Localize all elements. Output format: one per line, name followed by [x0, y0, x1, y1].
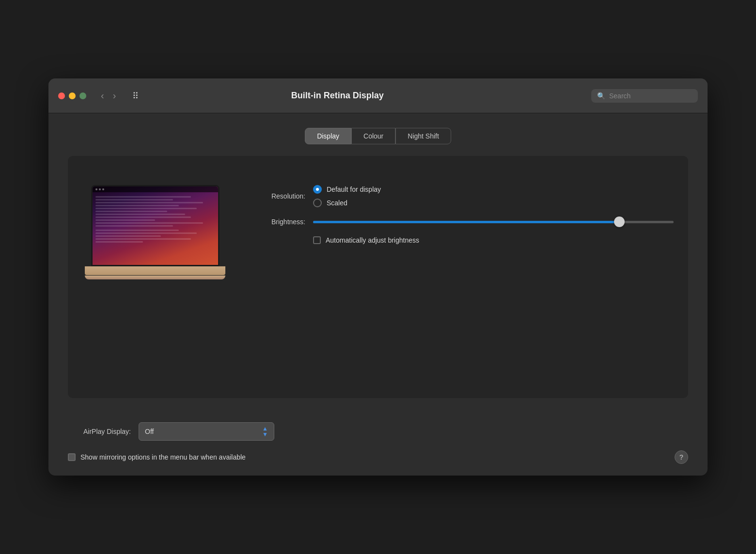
resolution-row: Resolution: Default for display Scaled	[257, 185, 674, 207]
search-icon: 🔍	[597, 92, 605, 100]
bottom-row-wrapper: Show mirroring options in the menu bar w…	[68, 448, 688, 466]
mirroring-label: Show mirroring options in the menu bar w…	[80, 453, 246, 461]
resolution-default-label: Default for display	[327, 185, 381, 193]
maximize-button[interactable]	[79, 92, 86, 99]
content-area: Display Colour Night Shift	[48, 113, 708, 413]
tab-bar: Display Colour Night Shift	[68, 128, 688, 144]
resolution-scaled-radio[interactable]	[313, 199, 322, 207]
settings-controls: Resolution: Default for display Scaled	[257, 175, 674, 254]
auto-brightness-label: Automatically adjust brightness	[326, 236, 419, 244]
resolution-scaled-option[interactable]: Scaled	[313, 199, 381, 207]
tab-display[interactable]: Display	[305, 128, 351, 144]
mirroring-row: Show mirroring options in the menu bar w…	[68, 448, 246, 466]
laptop-body	[85, 266, 225, 275]
resolution-options: Default for display Scaled	[313, 185, 381, 207]
resolution-default-radio[interactable]	[313, 185, 322, 194]
mirroring-checkbox[interactable]	[68, 453, 76, 461]
settings-window: ‹ › ⠿ Built-in Retina Display 🔍 Display …	[48, 78, 708, 476]
tab-night-shift[interactable]: Night Shift	[395, 128, 451, 144]
search-input[interactable]	[609, 92, 692, 100]
airplay-value: Off	[145, 428, 154, 435]
window-title: Built-in Retina Display	[91, 91, 583, 101]
airplay-label: AirPlay Display:	[68, 428, 131, 435]
laptop-screen	[91, 185, 220, 266]
bottom-section: AirPlay Display: Off ▲ ▼ Show mirroring …	[48, 413, 708, 476]
traffic-lights	[58, 92, 86, 99]
search-bar[interactable]: 🔍	[591, 89, 698, 103]
brightness-slider-container[interactable]	[313, 217, 674, 227]
close-button[interactable]	[58, 92, 65, 99]
tab-colour[interactable]: Colour	[351, 128, 395, 144]
brightness-slider-thumb[interactable]	[614, 216, 625, 227]
titlebar: ‹ › ⠿ Built-in Retina Display 🔍	[48, 78, 708, 113]
help-button[interactable]: ?	[675, 450, 688, 464]
resolution-label: Resolution:	[257, 192, 305, 200]
auto-brightness-checkbox[interactable]	[313, 236, 321, 244]
brightness-slider-fill	[313, 221, 619, 223]
dropdown-arrows-icon: ▲ ▼	[262, 426, 268, 437]
brightness-row: Brightness:	[257, 217, 674, 227]
minimize-button[interactable]	[69, 92, 76, 99]
display-panel: Resolution: Default for display Scaled	[68, 156, 688, 398]
auto-brightness-row: Automatically adjust brightness	[313, 236, 674, 244]
brightness-label: Brightness:	[257, 218, 305, 226]
resolution-scaled-label: Scaled	[327, 199, 347, 207]
airplay-dropdown[interactable]: Off ▲ ▼	[139, 422, 274, 441]
brightness-slider-track	[313, 221, 674, 223]
airplay-row: AirPlay Display: Off ▲ ▼	[68, 422, 688, 441]
laptop	[85, 185, 225, 279]
laptop-illustration	[82, 175, 228, 279]
resolution-default-option[interactable]: Default for display	[313, 185, 381, 194]
laptop-base	[85, 276, 225, 279]
